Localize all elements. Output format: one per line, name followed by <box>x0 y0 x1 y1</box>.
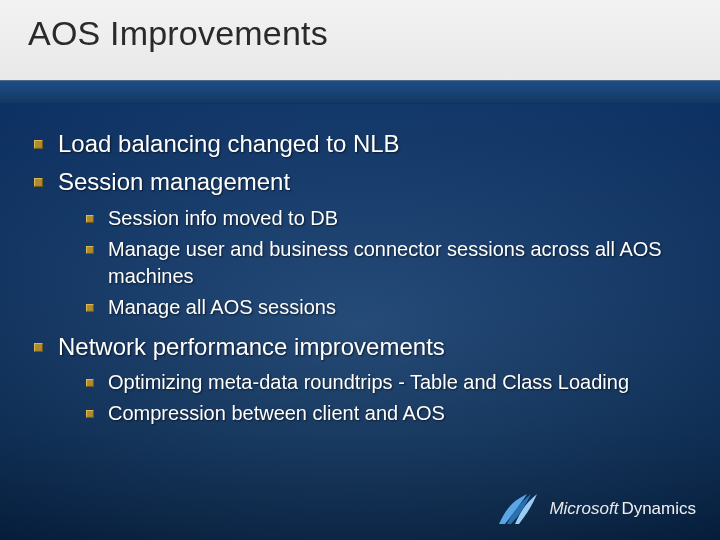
list-item: Session info moved to DB <box>86 205 686 232</box>
list-item: Manage all AOS sessions <box>86 294 686 321</box>
bullet-text: Session management <box>58 168 290 195</box>
header-band <box>0 80 720 104</box>
sub-list: Optimizing meta-data roundtrips - Table … <box>58 369 686 427</box>
bullet-text: Network performance improvements <box>58 333 445 360</box>
footer-logo: MicrosoftDynamics <box>497 492 696 526</box>
bullet-list: Load balancing changed to NLB Session ma… <box>34 128 686 427</box>
dynamics-swoosh-icon <box>497 492 539 526</box>
list-item: Load balancing changed to NLB <box>34 128 686 160</box>
footer-brand-text: MicrosoftDynamics <box>549 499 696 519</box>
list-item: Compression between client and AOS <box>86 400 686 427</box>
bullet-text: Optimizing meta-data roundtrips - Table … <box>108 371 629 393</box>
bullet-text: Manage user and business connector sessi… <box>108 238 662 287</box>
slide-header: AOS Improvements <box>0 0 720 80</box>
bullet-text: Manage all AOS sessions <box>108 296 336 318</box>
brand-dynamics: Dynamics <box>621 499 696 518</box>
list-item: Optimizing meta-data roundtrips - Table … <box>86 369 686 396</box>
sub-list: Session info moved to DB Manage user and… <box>58 205 686 321</box>
bullet-text: Compression between client and AOS <box>108 402 445 424</box>
list-item: Manage user and business connector sessi… <box>86 236 686 290</box>
slide-title: AOS Improvements <box>28 14 692 53</box>
slide: AOS Improvements Load balancing changed … <box>0 0 720 540</box>
bullet-text: Load balancing changed to NLB <box>58 130 400 157</box>
brand-microsoft: Microsoft <box>549 499 618 518</box>
list-item: Session management Session info moved to… <box>34 166 686 320</box>
bullet-text: Session info moved to DB <box>108 207 338 229</box>
list-item: Network performance improvements Optimiz… <box>34 331 686 427</box>
slide-content: Load balancing changed to NLB Session ma… <box>0 104 720 427</box>
